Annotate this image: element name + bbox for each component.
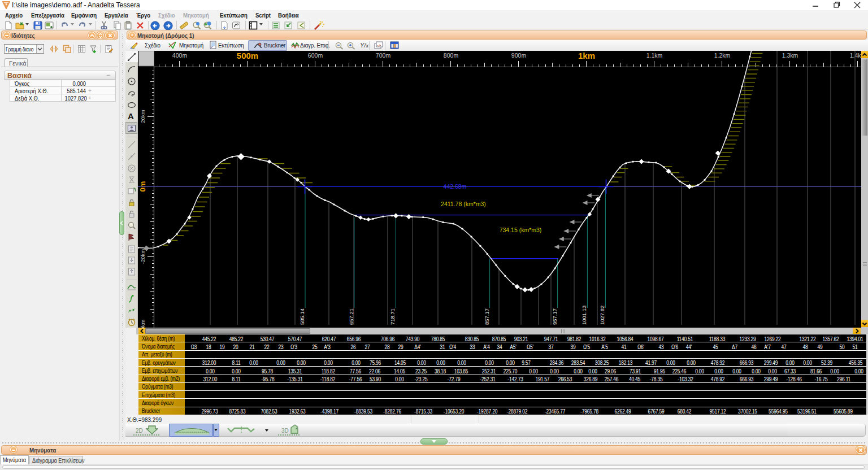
- svg-text:734.15 (km*m3): 734.15 (km*m3): [500, 227, 542, 233]
- svg-text:442.68m: 442.68m: [444, 183, 467, 190]
- svg-text:500m: 500m: [237, 51, 258, 60]
- svg-text:1.1km: 1.1km: [646, 52, 663, 59]
- svg-text:600m: 600m: [308, 52, 323, 59]
- svg-text:1km: 1km: [578, 51, 595, 60]
- svg-text:857.17: 857.17: [484, 308, 490, 325]
- svg-text:1.2km: 1.2km: [714, 52, 731, 59]
- svg-text:718.71: 718.71: [389, 308, 396, 325]
- svg-text:-40km: -40km: [140, 320, 146, 328]
- svg-text:900m: 900m: [511, 52, 527, 59]
- svg-text:2411.78 (km*m3): 2411.78 (km*m3): [441, 201, 486, 207]
- svg-text:657.21: 657.21: [348, 308, 354, 325]
- svg-text:400m: 400m: [172, 52, 188, 59]
- svg-text:1.4km: 1.4km: [850, 52, 861, 59]
- svg-text:1001.13: 1001.13: [581, 306, 587, 325]
- svg-text:700m: 700m: [376, 52, 391, 59]
- svg-text:585.14: 585.14: [299, 308, 305, 325]
- svg-text:20km: 20km: [140, 110, 146, 123]
- svg-text:-20km: -20km: [140, 249, 146, 264]
- svg-text:1.3km: 1.3km: [782, 52, 798, 59]
- svg-text:1027.82: 1027.82: [599, 306, 605, 325]
- svg-text:800m: 800m: [444, 52, 459, 59]
- svg-text:957.17: 957.17: [552, 308, 558, 325]
